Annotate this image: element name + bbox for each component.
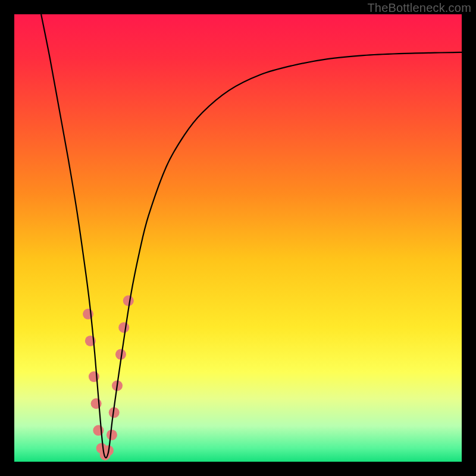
watermark-text: TheBottleneck.com — [367, 1, 471, 15]
chart-svg — [14, 14, 462, 462]
marker-dot — [89, 371, 99, 382]
plot-area — [14, 14, 462, 462]
markers-group — [83, 295, 134, 460]
marker-dot — [123, 295, 134, 306]
marker-dot — [118, 322, 129, 333]
chart-frame: TheBottleneck.com — [0, 0, 476, 476]
marker-dot — [91, 398, 102, 409]
bottleneck-curve — [41, 14, 462, 458]
marker-dot — [107, 430, 117, 440]
